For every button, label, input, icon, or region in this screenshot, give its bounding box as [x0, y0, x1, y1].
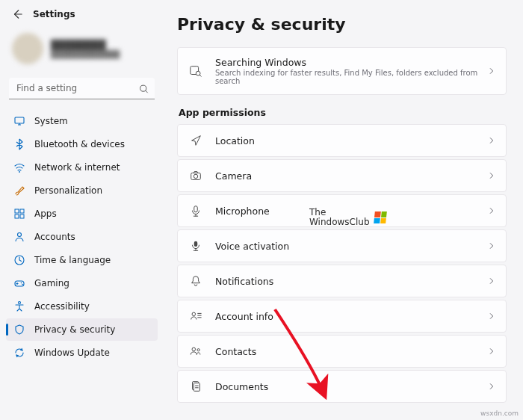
mic-icon	[188, 204, 203, 217]
sidebar-item-label: Network & internet	[34, 162, 120, 173]
card-subtitle: Search indexing for faster results, Find…	[215, 69, 482, 85]
app-title: Settings	[33, 9, 75, 19]
location-icon	[188, 134, 203, 147]
card-title: Microphone	[215, 206, 482, 217]
chevron-right-icon	[488, 242, 495, 250]
svg-rect-6	[20, 214, 24, 218]
user-block[interactable]: ████████ ████████████	[6, 27, 158, 70]
card-title: Contacts	[215, 346, 482, 357]
card-title: Camera	[215, 170, 482, 182]
site-watermark: wsxdn.com	[480, 410, 519, 417]
card-searching-windows[interactable]: Searching Windows Search indexing for fa…	[177, 47, 507, 95]
sidebar-item-brush[interactable]: Personalization	[6, 179, 158, 202]
nav: SystemBluetooth & devicesNetwork & inter…	[6, 110, 158, 364]
sidebar-item-person[interactable]: Accounts	[6, 226, 158, 248]
svg-point-7	[18, 233, 22, 237]
svg-rect-3	[15, 209, 19, 213]
svg-rect-18	[194, 241, 198, 247]
chevron-right-icon	[488, 348, 495, 355]
sidebar-item-label: Apps	[34, 209, 57, 219]
main: Privacy & security Searching Windows Sea…	[161, 0, 523, 420]
svg-rect-4	[20, 209, 24, 213]
sidebar-item-label: Gaming	[34, 278, 69, 288]
sidebar-item-bluetooth[interactable]: Bluetooth & devices	[6, 133, 158, 155]
chevron-right-icon	[488, 312, 495, 320]
chevron-right-icon	[488, 207, 495, 214]
sidebar: Settings ████████ ████████████ SystemBlu…	[0, 0, 161, 420]
card-body: Searching Windows Search indexing for fa…	[215, 57, 482, 85]
chevron-right-icon	[488, 383, 495, 390]
sidebar-item-label: Accounts	[34, 232, 75, 242]
chevron-right-icon	[488, 277, 495, 285]
card-documents[interactable]: Documents	[177, 370, 507, 403]
sidebar-item-label: Windows Update	[34, 348, 110, 358]
svg-rect-23	[194, 383, 199, 392]
sidebar-item-wifi[interactable]: Network & internet	[6, 156, 158, 179]
clock-icon	[13, 254, 25, 266]
section-app-permissions: App permissions	[179, 107, 505, 118]
card-location[interactable]: Location	[177, 124, 507, 157]
sidebar-item-gamepad[interactable]: Gaming	[6, 272, 158, 294]
header-row: Settings	[6, 6, 158, 27]
svg-point-21	[197, 349, 199, 351]
sidebar-item-label: Personalization	[34, 185, 102, 196]
card-title: Account info	[215, 311, 482, 322]
contacts-icon	[188, 345, 203, 358]
accessibility-icon	[13, 300, 25, 312]
sidebar-item-label: Privacy & security	[34, 324, 115, 335]
svg-point-19	[192, 312, 196, 316]
user-name: ████████	[51, 40, 120, 50]
svg-point-2	[19, 171, 20, 173]
arrow-left-icon	[12, 9, 22, 19]
svg-rect-5	[15, 214, 19, 218]
search-icon	[139, 84, 149, 93]
sidebar-item-update[interactable]: Windows Update	[6, 342, 158, 364]
sidebar-item-clock[interactable]: Time & language	[6, 249, 158, 271]
search-wrap	[9, 78, 155, 99]
svg-point-16	[194, 174, 197, 178]
chevron-right-icon	[488, 172, 495, 179]
chevron-right-icon	[488, 67, 495, 75]
gamepad-icon	[13, 277, 25, 289]
svg-point-20	[192, 348, 196, 351]
chevron-right-icon	[488, 137, 495, 144]
sidebar-item-label: Time & language	[34, 255, 111, 265]
card-title: Searching Windows	[215, 57, 482, 68]
shield-icon	[13, 324, 25, 336]
back-button[interactable]	[12, 9, 22, 19]
voice-icon	[188, 239, 203, 253]
card-title: Documents	[215, 381, 482, 392]
card-camera[interactable]: Camera	[177, 159, 507, 192]
wifi-icon	[13, 161, 25, 173]
card-title: Voice activation	[215, 241, 482, 252]
card-title: Notifications	[215, 276, 482, 287]
svg-point-12	[19, 302, 21, 304]
sidebar-item-label: System	[34, 116, 68, 126]
svg-rect-17	[194, 206, 198, 212]
sidebar-item-label: Bluetooth & devices	[34, 139, 125, 149]
card-accountinfo[interactable]: Account info	[177, 300, 507, 333]
user-email: ████████████	[51, 50, 120, 58]
card-bell[interactable]: Notifications	[177, 265, 507, 297]
svg-point-0	[140, 85, 146, 91]
brush-icon	[13, 185, 25, 197]
apps-icon	[13, 208, 25, 220]
person-icon	[13, 231, 25, 243]
sidebar-item-label: Accessibility	[34, 301, 90, 312]
card-title: Location	[215, 135, 482, 146]
sidebar-item-shield[interactable]: Privacy & security	[6, 318, 158, 341]
sidebar-item-system[interactable]: System	[6, 110, 158, 132]
search-input[interactable]	[9, 78, 155, 99]
sidebar-item-apps[interactable]: Apps	[6, 203, 158, 225]
avatar	[12, 33, 43, 64]
card-contacts[interactable]: Contacts	[177, 335, 507, 368]
accountinfo-icon	[188, 309, 203, 323]
sidebar-item-accessibility[interactable]: Accessibility	[6, 295, 158, 318]
card-voice[interactable]: Voice activation	[177, 229, 507, 262]
search-index-icon	[188, 64, 203, 78]
svg-rect-1	[15, 117, 24, 123]
bluetooth-icon	[13, 138, 25, 150]
update-icon	[13, 347, 25, 359]
card-mic[interactable]: Microphone	[177, 194, 507, 227]
svg-point-10	[21, 282, 22, 284]
